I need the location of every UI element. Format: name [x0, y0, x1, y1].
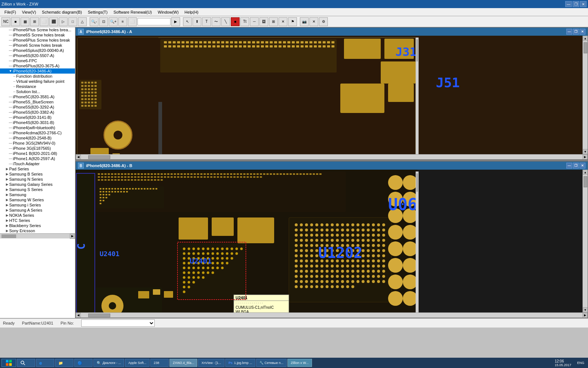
sidebar-item-17[interactable]: — iPhone5(820-3141-B): [0, 115, 75, 120]
panel-b-close[interactable]: ✕: [580, 163, 585, 169]
status-dropdown[interactable]: [81, 319, 155, 327]
sidebar-scroll-h[interactable]: ▶: [0, 233, 75, 238]
sidebar-item-37[interactable]: ▶ HTC Series: [0, 218, 75, 223]
panel-a-scroll-h-thumb[interactable]: [88, 155, 110, 159]
panel-b-scroll-thumb[interactable]: [584, 176, 587, 187]
sidebar-item-18[interactable]: — iPhone4S(820-3031-B): [0, 120, 75, 125]
sidebar-item-12[interactable]: -- Solution list...: [0, 89, 75, 94]
sidebar-item-24[interactable]: — iPhone1 B(820-2021-08): [0, 151, 75, 156]
panel-b-scroll-up[interactable]: ▲: [583, 170, 588, 175]
sidebar-item-1[interactable]: — iPhone6S Screw holes break: [0, 32, 75, 38]
sidebar-item-29[interactable]: ▶ Samsung N Series: [0, 177, 75, 182]
start-button[interactable]: [1, 359, 16, 367]
panel-a-minimize[interactable]: —: [566, 29, 572, 35]
toolbar-play-btn[interactable]: ▶: [171, 17, 180, 26]
sidebar-item-30[interactable]: ▶ Samsung Galaxy Series: [0, 182, 75, 187]
zoom-rect-btn[interactable]: ⬜: [128, 17, 137, 26]
toolbar-line-btn[interactable]: ╲: [221, 17, 230, 26]
sidebar-item-4[interactable]: — iPhone6Splus(820-00040-A): [0, 48, 75, 53]
sidebar-item-11[interactable]: -- Resistance: [0, 84, 75, 89]
panel-a-scroll-up[interactable]: ▲: [583, 36, 588, 41]
panel-a-scroll-thumb[interactable]: [584, 42, 587, 53]
taskbar-238[interactable]: 238: [150, 359, 169, 367]
menu-settings[interactable]: Settings(T): [85, 8, 111, 16]
sidebar-scroll-right[interactable]: ▶: [70, 234, 75, 239]
sidebar-item-38[interactable]: ▶ Blackberry Series: [0, 223, 75, 228]
sidebar-item-36[interactable]: ▶ NOKIA Series: [0, 213, 75, 218]
panel-b-scroll-left[interactable]: ◀: [76, 313, 81, 318]
toolbar-btn-nc[interactable]: NC: [1, 17, 10, 26]
pcb-canvas-a[interactable]: J31 J51: [76, 36, 582, 154]
taskbar-opera[interactable]: 🔵: [74, 359, 93, 367]
sidebar-item-15[interactable]: — iPhone5S(820-3292-A): [0, 105, 75, 110]
toolbar-btn-2[interactable]: ▦: [21, 17, 29, 26]
toolbar-tt-btn[interactable]: Tt: [240, 17, 249, 26]
toolbar-dash-btn[interactable]: ─: [250, 17, 259, 26]
zoom-fit-btn[interactable]: ⊡: [99, 17, 108, 26]
taskbar-network[interactable]: 🔧 Сетевые n...: [256, 359, 287, 367]
sidebar-item-22[interactable]: — Phone 3GS(2MV94V-0): [0, 141, 75, 146]
toolbar-btn-7[interactable]: □: [68, 17, 77, 26]
sidebar-item-9[interactable]: -- Function distribution: [0, 74, 75, 79]
sidebar-item-8[interactable]: ▼ iPhone6(820-3486-A): [0, 68, 75, 74]
toolbar-btn-6[interactable]: ▷: [59, 17, 68, 26]
sidebar-item-16[interactable]: — iPhone5S(820-3382-A): [0, 110, 75, 115]
panel-b-minimize[interactable]: —: [566, 163, 572, 169]
toolbar-btn-3[interactable]: ⊞: [30, 17, 39, 26]
menu-file[interactable]: File(F): [1, 8, 19, 16]
restore-button[interactable]: ❐: [573, 1, 579, 7]
panel-a-scroll-h[interactable]: ◀ ▶: [76, 154, 588, 159]
sidebar-item-2[interactable]: — iPhone6Plus Screw holes break: [0, 38, 75, 43]
taskbar-dialogi[interactable]: 🔍 Диалоги - ...: [93, 359, 124, 367]
sidebar-item-28[interactable]: ▶ Samsung B Series: [0, 171, 75, 177]
taskbar-xnview[interactable]: XnView - [1...: [198, 359, 224, 367]
toolbar-grid-btn[interactable]: ⊞: [269, 17, 278, 26]
taskbar-files[interactable]: 📁: [55, 359, 74, 367]
sidebar-item-20[interactable]: — iPhone4cdma(820-2766-C): [0, 130, 75, 135]
close-button[interactable]: ✕: [580, 1, 587, 7]
sidebar-item-23[interactable]: — iPhone 3G(E187565): [0, 146, 75, 151]
zoom-list-btn[interactable]: ≡: [118, 17, 127, 26]
toolbar-arrow-btn[interactable]: ⬆: [193, 17, 201, 26]
taskbar-zxw[interactable]: ZXW2.4_Bla...: [169, 359, 197, 367]
menu-schematic[interactable]: Schematic diagram(B): [39, 8, 85, 16]
menu-renewal[interactable]: Software Renewal(U): [111, 8, 155, 16]
sidebar-item-26[interactable]: — iTouch Adapter: [0, 161, 75, 166]
toolbar-flag-btn[interactable]: ⚑: [288, 17, 297, 26]
toolbar-btn-5[interactable]: ⬛: [49, 17, 58, 26]
panel-b-scroll-h-thumb[interactable]: [88, 314, 110, 317]
zoom-out-btn[interactable]: 🔍-: [90, 17, 98, 26]
toolbar-btn-8[interactable]: △: [78, 17, 87, 26]
pcb-canvas-b[interactable]: C: [76, 170, 582, 312]
sidebar-item-3[interactable]: — iPhone6 Screw holes break: [0, 43, 75, 48]
minimize-button[interactable]: —: [565, 1, 572, 7]
sidebar-item-5[interactable]: — iPhone6S(820-5507-A): [0, 53, 75, 58]
toolbar-search-input[interactable]: [137, 18, 171, 25]
toolbar-select-btn[interactable]: ↖: [183, 17, 192, 26]
sidebar-item-34[interactable]: ▶ Samsung i Series: [0, 202, 75, 208]
sidebar-item-21[interactable]: — iPhone4(820-2548-B): [0, 135, 75, 141]
panel-b-body[interactable]: C: [76, 170, 582, 312]
menu-view[interactable]: View(V): [19, 8, 39, 16]
taskbar-search[interactable]: [17, 359, 35, 367]
panel-a-scroll-down[interactable]: ▼: [583, 149, 588, 154]
sidebar-item-35[interactable]: ▶ Samsung A Series: [0, 208, 75, 213]
taskbar-ps[interactable]: Ps 1.jpg.bmp ...: [225, 359, 256, 367]
sidebar-item-6[interactable]: — iPhone6-FPC: [0, 58, 75, 63]
sidebar-item-25[interactable]: — iPhone1 A(820-2597-A): [0, 156, 75, 161]
panel-a-close[interactable]: ✕: [580, 29, 585, 35]
sidebar-item-32[interactable]: ▶ Samsung: [0, 192, 75, 197]
panel-a-body[interactable]: J31 J51: [76, 36, 582, 154]
panel-b-scroll-h[interactable]: ◀ ▶: [76, 312, 588, 318]
panel-a-scroll-right[interactable]: ▶: [582, 155, 588, 160]
sidebar-item-10[interactable]: -- Virtual welding failure point: [0, 79, 75, 84]
toolbar-x-btn[interactable]: ✕: [309, 17, 318, 26]
sidebar-item-27[interactable]: ▶ Pad Series: [0, 166, 75, 171]
panel-a-restore[interactable]: ❐: [573, 29, 579, 35]
toolbar-img-btn[interactable]: 🖼: [259, 17, 268, 26]
panel-a-scroll-v[interactable]: ▲ ▼: [582, 36, 588, 154]
sidebar-item-13[interactable]: — iPhone5C(820-3581-A): [0, 94, 75, 99]
toolbar-wave-btn[interactable]: 〜: [212, 17, 220, 26]
toolbar-cross-btn[interactable]: ✕: [279, 17, 287, 26]
panel-b-restore[interactable]: ❐: [573, 163, 579, 169]
